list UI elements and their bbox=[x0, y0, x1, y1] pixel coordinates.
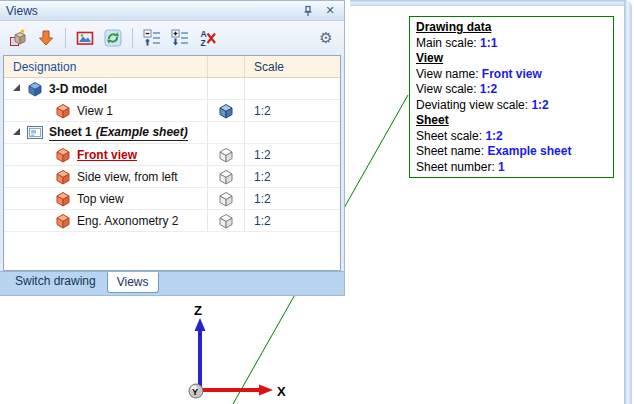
window-border-right[interactable] bbox=[624, 0, 632, 404]
current-view-label: Front view bbox=[77, 148, 137, 162]
marker-cube-blue-icon bbox=[217, 102, 235, 119]
views-panel: Views ✕ bbox=[0, 0, 345, 296]
settings-gear-icon[interactable]: ⚙ bbox=[314, 26, 338, 50]
views-tree-table: Designation Scale 3-D model bbox=[3, 55, 341, 271]
annotation-line: Main scale: 1:1 bbox=[416, 36, 607, 52]
marker-cube-outline-icon bbox=[217, 168, 235, 185]
group-label: 3-D model bbox=[49, 82, 107, 96]
annotation-line: View name: Front view bbox=[416, 67, 607, 83]
panel-toolbar: A Z ⚙ bbox=[0, 21, 344, 55]
annotation-line: Sheet scale: 1:2 bbox=[416, 129, 607, 145]
tab-switch-drawing[interactable]: Switch drawing bbox=[6, 272, 105, 291]
tree-row-top-view[interactable]: Top view 1:2 bbox=[4, 188, 340, 210]
collapse-all-icon bbox=[143, 29, 161, 47]
marker-cube-outline-icon bbox=[217, 212, 235, 229]
column-header-marker[interactable] bbox=[207, 56, 244, 77]
annotation-line: View bbox=[416, 51, 607, 67]
coordinate-axes: Z Y X bbox=[140, 295, 310, 404]
panel-title: Views bbox=[6, 4, 294, 18]
expander-icon[interactable] bbox=[13, 84, 20, 91]
expand-all-icon bbox=[171, 29, 189, 47]
view-properties-button[interactable] bbox=[73, 26, 97, 50]
drawing-data-annotation: Drawing data Main scale: 1:1 View View n… bbox=[409, 16, 614, 178]
insert-view-button[interactable] bbox=[34, 26, 58, 50]
collapse-all-button[interactable] bbox=[140, 26, 164, 50]
view-cube-orange-icon bbox=[54, 102, 72, 119]
scale-value: 1:2 bbox=[244, 100, 340, 121]
panel-titlebar[interactable]: Views ✕ bbox=[0, 1, 344, 21]
x-axis-label: X bbox=[277, 384, 286, 399]
scale-value: 1:2 bbox=[244, 144, 340, 165]
view-cube-orange-icon bbox=[54, 168, 72, 185]
tree-row-axonometry[interactable]: Eng. Axonometry 2 1:2 bbox=[4, 210, 340, 232]
y-axis-label: Y bbox=[192, 387, 198, 397]
app-canvas: Views ✕ bbox=[0, 0, 634, 404]
view-cube-orange-icon bbox=[54, 212, 72, 229]
view-label: Top view bbox=[77, 192, 124, 206]
column-header-scale[interactable]: Scale bbox=[244, 56, 340, 77]
scale-value: 1:2 bbox=[244, 210, 340, 231]
annotation-line: Deviating view scale: 1:2 bbox=[416, 98, 607, 114]
tree-row-front-view[interactable]: Front view 1:2 bbox=[4, 144, 340, 166]
sheet-label: Sheet 1(Example sheet) bbox=[49, 125, 188, 141]
annotation-title: Drawing data bbox=[416, 20, 491, 34]
empty-grid-area bbox=[4, 232, 340, 270]
refresh-views-button[interactable] bbox=[101, 26, 125, 50]
tree-group-3d-model[interactable]: 3-D model bbox=[4, 78, 340, 100]
panel-tabbar: Switch drawing Views bbox=[0, 271, 344, 295]
table-header-row: Designation Scale bbox=[4, 56, 340, 78]
model-cube-blue-icon bbox=[26, 80, 44, 97]
annotation-line: Sheet name: Example sheet bbox=[416, 144, 607, 160]
marker-cube-outline-icon bbox=[217, 190, 235, 207]
toolbar-separator bbox=[132, 28, 133, 48]
view-cube-orange-icon bbox=[54, 146, 72, 163]
column-header-designation[interactable]: Designation bbox=[4, 56, 207, 77]
refresh-icon bbox=[104, 29, 122, 47]
toolbar-separator bbox=[65, 28, 66, 48]
expander-icon[interactable] bbox=[13, 128, 20, 135]
sheet-icon bbox=[26, 124, 44, 141]
marker-cube-outline-icon bbox=[217, 146, 235, 163]
z-axis-arrow bbox=[195, 318, 206, 331]
create-view-button[interactable] bbox=[6, 26, 30, 50]
expand-all-button[interactable] bbox=[168, 26, 192, 50]
view-label: Side view, from left bbox=[77, 170, 178, 184]
scale-value: 1:2 bbox=[244, 188, 340, 209]
annotation-line: View scale: 1:2 bbox=[416, 82, 607, 98]
view-cube-orange-icon bbox=[54, 190, 72, 207]
x-axis-arrow bbox=[259, 385, 273, 396]
tree-group-sheet-1[interactable]: Sheet 1(Example sheet) bbox=[4, 122, 340, 144]
sorting-off-icon: A Z bbox=[199, 29, 217, 47]
annotation-line: Sheet bbox=[416, 113, 607, 129]
create-view-icon bbox=[9, 29, 27, 47]
picture-icon bbox=[76, 29, 94, 47]
view-label: View 1 bbox=[77, 104, 113, 118]
tree-row-view-1[interactable]: View 1 1:2 bbox=[4, 100, 340, 122]
close-icon[interactable]: ✕ bbox=[322, 4, 338, 18]
view-label: Eng. Axonometry 2 bbox=[77, 214, 178, 228]
scale-value: 1:2 bbox=[244, 166, 340, 187]
annotation-line: Sheet number: 1 bbox=[416, 160, 607, 176]
svg-text:Z: Z bbox=[201, 38, 206, 48]
pin-icon[interactable] bbox=[300, 4, 316, 18]
tree-row-side-view[interactable]: Side view, from left 1:2 bbox=[4, 166, 340, 188]
down-arrow-icon bbox=[37, 29, 55, 47]
tab-views[interactable]: Views bbox=[107, 272, 159, 293]
sorting-off-button[interactable]: A Z bbox=[196, 26, 220, 50]
window-border-top bbox=[350, 0, 626, 6]
z-axis-label: Z bbox=[194, 303, 202, 318]
